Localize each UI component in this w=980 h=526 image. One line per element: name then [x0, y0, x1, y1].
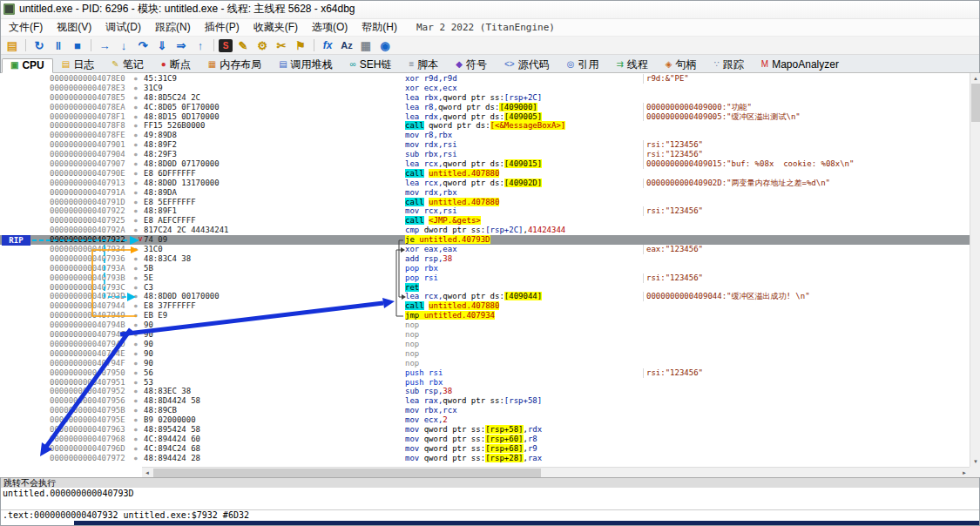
scroll-down-arrow[interactable]: ▼ [970, 456, 980, 467]
disasm-row[interactable]: 0000000000407944●E8 37FFFFFFcall untitle… [0, 301, 970, 311]
step-into-button[interactable]: ↓ [115, 37, 132, 53]
tab-breakpoints[interactable]: ●断点 [152, 57, 199, 72]
disasm-row[interactable]: 00000000004078F1●48:8D15 0D170000lea rdx… [0, 112, 970, 122]
disasm-row[interactable]: 0000000000407907●48:8D0D 07170000lea rcx… [0, 159, 970, 169]
breakpoint-dot[interactable]: ● [132, 273, 144, 283]
strings-button[interactable]: Az [338, 37, 355, 53]
disasm-row[interactable]: 000000000040793A●5Bpop rbx [0, 264, 970, 273]
breakpoint-dot[interactable]: ● [132, 179, 144, 188]
about-button[interactable]: ◉ [376, 37, 394, 53]
breakpoint-dot[interactable]: ● [132, 264, 144, 273]
disasm-row[interactable]: 0000000000407963●48:895424 58mov qword p… [0, 425, 970, 435]
breakpoint-dot[interactable]: ● [132, 159, 144, 169]
disasm-row[interactable]: 000000000040796D●4C:894C24 68mov qword p… [0, 444, 970, 454]
breakpoint-dot[interactable]: ● [132, 198, 144, 207]
disasm-row[interactable]: 000000000040795B●48:89CBmov rbx,rcx [0, 406, 970, 415]
menu-help[interactable]: 帮助(H) [355, 18, 404, 37]
breakpoint-dot[interactable]: ●v [132, 235, 144, 245]
disasm-row[interactable]: 000000000040790E●E8 6DFFFFFFcall untitle… [0, 169, 970, 179]
tab-log[interactable]: ▤日志 [53, 57, 103, 72]
disasm-row[interactable]: 00000000004078F8●FF15 526B0000call qword… [0, 121, 970, 131]
breakpoint-dot[interactable]: ● [132, 368, 144, 378]
disasm-row[interactable]: 00000000004078E3●31C9xor ecx,ecx [0, 84, 970, 93]
execute-till-return-button[interactable]: ↑ [192, 37, 209, 53]
breakpoint-dot[interactable]: ● [132, 283, 144, 293]
menu-file[interactable]: 文件(F) [2, 18, 50, 37]
disasm-row[interactable]: 000000000040795E●B9 02000000mov ecx,2 [0, 415, 970, 425]
open-file-button[interactable]: ▤ [3, 37, 21, 53]
disasm-row[interactable]: 000000000040794B●90nop [0, 320, 970, 330]
breakpoint-dot[interactable]: ● [132, 444, 144, 454]
scroll-right-arrow[interactable]: ► [959, 468, 970, 477]
vertical-scroll-thumb[interactable] [971, 84, 980, 122]
disasm-row[interactable]: 00000000004078E0●45:31C9xor r9d,r9dr9d:&… [0, 74, 970, 84]
disasm-row[interactable]: 0000000000407968●4C:894424 60mov qword p… [0, 435, 970, 444]
disasm-row[interactable]: 00000000004078E5●48:8D5C24 2Clea rbx,qwo… [0, 93, 970, 103]
expression-button[interactable]: fx [319, 37, 336, 53]
tab-seh[interactable]: ∞SEH链 [341, 57, 401, 72]
step-over-button[interactable]: ↷ [134, 37, 152, 53]
horizontal-scroll-thumb[interactable] [153, 469, 541, 477]
breakpoint-dot[interactable]: ● [132, 387, 144, 396]
breakpoint-dot[interactable]: ● [132, 245, 144, 254]
breakpoint-dot[interactable]: ● [132, 292, 144, 301]
breakpoint-dot[interactable]: ● [132, 216, 144, 226]
tab-source[interactable]: <>源代码 [496, 57, 558, 72]
disasm-row[interactable]: 0000000000407972●48:894424 28mov qword p… [0, 454, 970, 463]
favourites-button[interactable]: ⚑ [292, 37, 309, 53]
breakpoint-dot[interactable]: ● [132, 150, 144, 159]
trace-into-button[interactable]: ⇓ [153, 37, 171, 53]
disasm-row[interactable]: 000000000040792A●817C24 2C 44434241cmp d… [0, 226, 970, 235]
menu-view[interactable]: 视图(V) [50, 18, 98, 37]
disasm-row[interactable]: 000000000040791A●48:89DAmov rdx,rbx [0, 188, 970, 198]
disassembly-pane[interactable]: 00000000004078E0●45:31C9xor r9d,r9dr9d:&… [0, 73, 980, 477]
tab-notes[interactable]: ✎笔记 [103, 57, 152, 72]
disasm-row[interactable]: 0000000000407925●E8 AEFCFFFFcall <JMP.&g… [0, 216, 970, 226]
tab-references[interactable]: ◎引用 [558, 57, 608, 72]
stop-button[interactable]: ■ [69, 37, 86, 53]
breakpoint-dot[interactable]: ● [132, 112, 144, 122]
tab-handles[interactable]: ◈句柄 [657, 57, 706, 72]
breakpoint-dot[interactable]: ● [132, 359, 144, 368]
breakpoint-dot[interactable]: ● [132, 131, 144, 140]
tab-mapo[interactable]: MMapoAnalyzer [753, 57, 848, 72]
breakpoint-dot[interactable]: ● [132, 435, 144, 444]
disasm-row[interactable]: 0000000000407952●48:83EC 38sub rsp,38 [0, 387, 970, 396]
vertical-scrollbar[interactable]: ▲ ▼ [970, 73, 980, 467]
pause-button[interactable]: ‖ [50, 37, 67, 53]
breakpoint-dot[interactable]: ● [132, 74, 144, 84]
memory-map-button[interactable]: ▦ [357, 37, 375, 53]
restart-button[interactable]: ↻ [30, 37, 48, 53]
disasm-row[interactable]: 0000000000407951●53push rbx [0, 378, 970, 388]
disasm-row[interactable]: 0000000000407904●48:29F3sub rbx,rsirsi:"… [0, 150, 970, 159]
disasm-row[interactable]: 0000000000407932●v74 09je untitled.40793… [0, 235, 970, 245]
menu-trace[interactable]: 跟踪(N) [148, 18, 198, 37]
disasm-row[interactable]: 0000000000407950●56push rsirsi:"123456" [0, 368, 970, 378]
run-button[interactable]: → [96, 37, 113, 53]
disasm-row[interactable]: 000000000040794E●90nop [0, 349, 970, 359]
breakpoint-dot[interactable]: ● [132, 169, 144, 179]
disasm-row[interactable]: 00000000004078EA●4C:8D05 0F170000lea r8,… [0, 103, 970, 112]
tab-cpu[interactable]: ▣CPU [2, 58, 53, 73]
tab-trace[interactable]: ∵跟踪 [705, 57, 752, 72]
breakpoint-dot[interactable]: ● [132, 406, 144, 415]
breakpoint-dot[interactable]: ● [132, 121, 144, 131]
breakpoint-dot[interactable]: ● [132, 378, 144, 388]
scroll-left-arrow[interactable]: ◄ [142, 468, 152, 477]
menu-debug[interactable]: 调试(D) [98, 18, 148, 37]
disasm-row[interactable]: 0000000000407901●48:89F2mov rdx,rsirsi:"… [0, 140, 970, 150]
breakpoint-dot[interactable]: ● [132, 226, 144, 235]
disasm-row[interactable]: 0000000000407956●48:8D4424 58lea rax,qwo… [0, 396, 970, 406]
tab-threads[interactable]: ⇉线程 [607, 57, 656, 72]
settings-button[interactable]: ⚙ [253, 37, 271, 53]
breakpoint-dot[interactable]: ● [132, 140, 144, 150]
disasm-row[interactable]: 000000000040793C●C3ret [0, 283, 970, 293]
breakpoint-dot[interactable]: ● [132, 330, 144, 340]
breakpoint-dot[interactable]: ● [132, 206, 144, 216]
breakpoint-dot[interactable]: ● [132, 93, 144, 103]
disasm-row[interactable]: 00000000004078FE●49:89D8mov r8,rbx [0, 131, 970, 140]
breakpoint-dot[interactable]: ● [132, 349, 144, 359]
breakpoint-dot[interactable]: ● [132, 396, 144, 406]
breakpoint-dot[interactable]: ● [132, 254, 144, 264]
disasm-row[interactable]: 000000000040794F●90nop [0, 359, 970, 368]
